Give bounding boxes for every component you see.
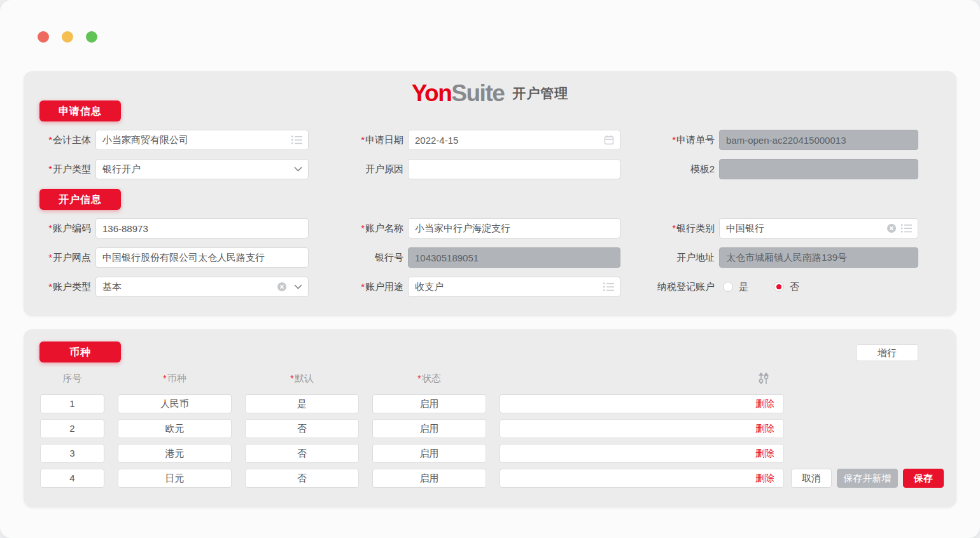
- apply-date-input[interactable]: [408, 130, 620, 150]
- column-header-status: *状态: [372, 371, 486, 385]
- required-asterisk: *: [672, 134, 676, 145]
- currency-cell[interactable]: 港元: [118, 444, 232, 463]
- add-row-button[interactable]: 增行: [856, 344, 918, 361]
- save-button[interactable]: 保存: [903, 469, 944, 488]
- required-asterisk: *: [48, 163, 52, 174]
- required-asterisk: *: [48, 281, 52, 292]
- account-type-field[interactable]: [95, 277, 309, 297]
- default-cell[interactable]: 否: [245, 469, 359, 488]
- field-label-bank-branch: *开户网点: [25, 247, 91, 268]
- required-asterisk: *: [48, 134, 52, 145]
- field-label-tax-registered: 纳税登记账户: [624, 277, 715, 297]
- apply-date-field[interactable]: [408, 130, 620, 150]
- status-cell[interactable]: 启用: [372, 394, 486, 413]
- calendar-icon[interactable]: [604, 135, 614, 145]
- field-label-bank-category: *银行类别: [624, 218, 715, 238]
- chevron-down-icon[interactable]: [294, 284, 302, 289]
- required-asterisk: *: [48, 252, 52, 263]
- action-cell: 删除: [500, 469, 784, 488]
- radio-unselected-icon[interactable]: [723, 282, 733, 292]
- minimize-window-button[interactable]: [62, 31, 73, 43]
- header: YonSuite 开户管理: [0, 81, 980, 105]
- list-picker-icon[interactable]: [901, 224, 912, 233]
- bank-branch-input[interactable]: [95, 247, 309, 268]
- required-asterisk: *: [48, 223, 52, 233]
- account-name-field[interactable]: [408, 218, 620, 238]
- column-header-default: *默认: [245, 371, 359, 385]
- delete-row-link[interactable]: 删除: [755, 423, 774, 434]
- required-asterisk: *: [417, 373, 421, 383]
- column-header-currency: *币种: [118, 371, 232, 385]
- account-code-field[interactable]: [95, 218, 309, 238]
- currency-cell[interactable]: 日元: [118, 469, 232, 488]
- account-code-input[interactable]: [95, 218, 309, 238]
- delete-row-link[interactable]: 删除: [755, 448, 774, 459]
- required-asterisk: *: [163, 373, 167, 383]
- section-badge-account-info: 开户信息: [39, 189, 121, 210]
- account-name-input[interactable]: [408, 218, 620, 238]
- bank-address-input: [719, 247, 918, 268]
- save-and-new-button[interactable]: 保存并新增: [837, 469, 898, 488]
- currency-cell[interactable]: 欧元: [118, 419, 232, 438]
- column-header-no: 序号: [40, 371, 104, 385]
- account-usage-input[interactable]: [408, 277, 620, 297]
- window-controls: [38, 31, 97, 43]
- status-cell[interactable]: 启用: [372, 419, 486, 438]
- row-no-cell: 2: [40, 419, 104, 438]
- required-asterisk: *: [361, 223, 365, 233]
- yonsuite-logo: YonSuite: [412, 81, 505, 105]
- default-cell[interactable]: 否: [245, 444, 359, 463]
- bank-no-input: [408, 247, 620, 268]
- open-type-field[interactable]: [95, 159, 309, 179]
- maximize-window-button[interactable]: [86, 31, 97, 43]
- section-badge-apply-info: 申请信息: [39, 100, 121, 121]
- row-no-cell: 3: [40, 444, 104, 463]
- action-cell: 删除: [500, 419, 784, 438]
- field-label-account-name: *账户名称: [318, 218, 403, 238]
- required-asterisk: *: [361, 134, 365, 145]
- required-asterisk: *: [672, 223, 676, 233]
- tax-registered-option-no[interactable]: 否: [774, 277, 799, 297]
- open-reason-input[interactable]: [408, 159, 620, 179]
- bank-no-field: [408, 247, 620, 268]
- field-label-account-code: *账户编码: [25, 218, 91, 238]
- status-cell[interactable]: 启用: [372, 444, 486, 463]
- field-label-account-usage: *账户用途: [318, 277, 403, 297]
- delete-row-link[interactable]: 删除: [755, 472, 774, 483]
- action-cell: 删除: [500, 444, 784, 463]
- column-settings-icon[interactable]: [756, 373, 771, 385]
- delete-row-link[interactable]: 删除: [755, 398, 774, 409]
- tax-registered-option-yes[interactable]: 是: [723, 277, 748, 297]
- open-reason-field[interactable]: [408, 159, 620, 179]
- radio-selected-icon[interactable]: [774, 282, 784, 292]
- open-type-select[interactable]: [95, 159, 309, 179]
- list-picker-icon[interactable]: [291, 135, 302, 145]
- field-label-bank-no: 银行号: [318, 247, 403, 268]
- template2-field: [719, 159, 918, 179]
- field-label-open-type: *开户类型: [25, 159, 91, 179]
- clear-icon[interactable]: [886, 223, 897, 233]
- status-cell[interactable]: 启用: [372, 469, 486, 488]
- bank-category-field[interactable]: [719, 218, 918, 238]
- default-cell[interactable]: 是: [245, 394, 359, 413]
- accounting-entity-field[interactable]: [95, 130, 309, 150]
- account-usage-field[interactable]: [408, 277, 620, 297]
- field-label-apply-no: *申请单号: [624, 130, 715, 150]
- row-no-cell: 1: [40, 394, 104, 413]
- cancel-button[interactable]: 取消: [791, 469, 832, 488]
- accounting-entity-input[interactable]: [95, 130, 309, 150]
- template2-input: [719, 159, 918, 179]
- apply-no-field: [719, 130, 918, 150]
- currency-cell[interactable]: 人民币: [118, 394, 232, 413]
- action-cell: 删除: [500, 394, 784, 413]
- chevron-down-icon[interactable]: [294, 167, 302, 172]
- app-window: YonSuite 开户管理 申请信息 *会计主体 *申请日期 *申请单号 *开户…: [0, 0, 980, 538]
- close-window-button[interactable]: [38, 31, 49, 43]
- default-cell[interactable]: 否: [245, 419, 359, 438]
- field-label-account-type: *账户类型: [25, 277, 91, 297]
- bank-branch-field[interactable]: [95, 247, 309, 268]
- clear-icon[interactable]: [277, 282, 287, 292]
- apply-no-input: [719, 130, 918, 150]
- list-picker-icon[interactable]: [603, 282, 614, 292]
- field-label-bank-address: 开户地址: [624, 247, 715, 268]
